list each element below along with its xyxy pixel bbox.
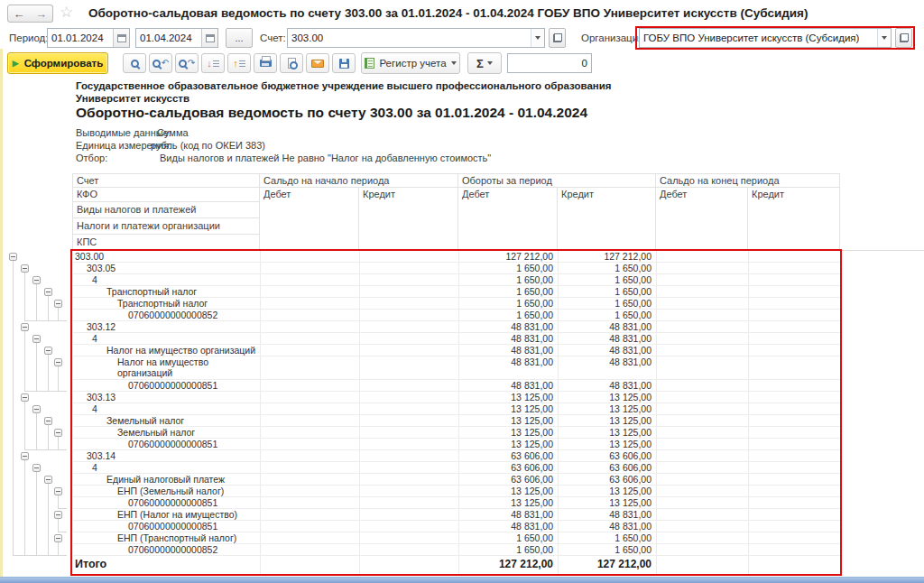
tree-connector-line (48, 355, 49, 391)
organization-input[interactable] (640, 29, 877, 47)
table-row[interactable]: ЕНП (Земельный налог)13 125,0013 125,00 (72, 486, 840, 497)
sum-menu-button[interactable]: Σ (467, 52, 502, 74)
collapse-group-button[interactable] (54, 429, 62, 437)
find-previous-button[interactable]: ↶ (149, 53, 172, 73)
collapse-group-button[interactable] (44, 417, 52, 425)
find-next-button[interactable]: ↷ (175, 53, 199, 73)
print-icon (260, 60, 272, 67)
account-dropdown-button[interactable] (531, 29, 544, 47)
table-row[interactable]: 463 606,0063 606,00 (72, 462, 840, 474)
send-email-button[interactable] (306, 53, 329, 73)
table-row[interactable]: 070600000000008521 650,001 650,00 (72, 310, 840, 321)
table-row[interactable]: Транспортный налог1 650,001 650,00 (72, 298, 840, 310)
collapse-group-button[interactable] (54, 511, 62, 519)
curve-arrow-icon: ↷ (188, 59, 195, 68)
row-account-cell: 07060000000000851 (73, 380, 261, 391)
collapse-group-button[interactable] (21, 393, 29, 402)
tree-connector-line (24, 331, 25, 391)
save-button[interactable] (332, 53, 356, 73)
period-to-input[interactable] (136, 29, 201, 47)
collapse-group-button[interactable] (9, 253, 17, 261)
row-amount-cell (749, 521, 841, 532)
collapse-group-button[interactable] (44, 476, 52, 484)
collapse-group-button[interactable] (32, 464, 41, 472)
table-row[interactable]: ЕНП (Налог на имущество)48 831,0048 831,… (72, 509, 840, 521)
table-row[interactable]: 41 650,001 650,00 (72, 274, 840, 286)
tree-connector-line (58, 542, 59, 555)
account-input[interactable] (288, 29, 531, 47)
total-amount-cell: 127 212,00 (459, 556, 559, 574)
row-amount-cell: 1 650,00 (459, 286, 559, 297)
row-amount-cell (360, 274, 459, 285)
row-amount-cell (657, 474, 749, 485)
calendar-button[interactable] (113, 29, 129, 47)
tree-connector-line (48, 296, 49, 320)
table-total-row[interactable]: Итого127 212,00127 212,00 (72, 556, 840, 575)
collapse-group-button[interactable] (21, 323, 29, 331)
report-org-line2: Университет искусств (76, 93, 189, 104)
row-amount-cell: 48 831,00 (459, 380, 559, 391)
collapse-group-button[interactable] (44, 347, 52, 355)
account-open-button[interactable] (549, 28, 566, 48)
tree-connector-line (58, 508, 67, 509)
table-row[interactable]: 303.1248 831,0048 831,00 (72, 321, 840, 333)
table-row[interactable]: 0706000000000085113 125,0013 125,00 (72, 497, 840, 509)
row-amount-cell (360, 439, 459, 449)
collapse-group-button[interactable] (54, 534, 62, 542)
table-row[interactable]: 0706000000000085148 831,0048 831,00 (72, 521, 840, 532)
find-button[interactable] (123, 53, 146, 73)
period-more-button[interactable]: ... (226, 28, 253, 48)
calendar-button[interactable] (201, 29, 217, 47)
table-row[interactable]: 413 125,0013 125,00 (72, 403, 840, 415)
chevron-down-icon (535, 36, 541, 40)
table-row[interactable]: 303.1313 125,0013 125,00 (72, 392, 840, 403)
header-extension-line (840, 250, 924, 251)
table-row[interactable]: 303.051 650,001 650,00 (72, 263, 840, 274)
collapse-group-button[interactable] (44, 288, 52, 296)
table-row[interactable]: Земельный налог13 125,0013 125,00 (72, 415, 840, 427)
organization-dropdown-button[interactable] (877, 29, 891, 47)
register-menu-button[interactable]: Регистр учета (361, 52, 460, 74)
collapse-group-button[interactable] (32, 405, 41, 413)
table-row[interactable]: 0706000000000085113 125,0013 125,00 (72, 439, 840, 450)
chevron-down-icon (882, 36, 887, 40)
tree-connector-line (58, 532, 67, 532)
table-row[interactable]: 448 831,0048 831,00 (72, 333, 840, 345)
tree-connector-line (58, 308, 59, 320)
collapse-group-button[interactable] (32, 276, 41, 284)
row-amount-cell (360, 380, 459, 391)
row-amount-cell: 127 212,00 (459, 251, 559, 262)
table-row[interactable]: 303.1463 606,0063 606,00 (72, 450, 840, 462)
print-button[interactable] (254, 53, 277, 73)
table-row[interactable]: 0706000000000085148 831,0048 831,00 (72, 380, 840, 392)
table-row[interactable]: Налог на имущество организаций48 831,004… (72, 356, 840, 380)
table-row[interactable]: 070600000000008521 650,001 650,00 (72, 544, 840, 556)
sum-result-input[interactable] (508, 54, 591, 72)
print-preview-button[interactable] (280, 53, 303, 73)
collapse-group-button[interactable] (21, 264, 29, 273)
collapse-group-button[interactable] (32, 335, 41, 343)
row-amount-cell: 1 650,00 (559, 274, 657, 285)
table-row[interactable]: Транспортный налог1 650,001 650,00 (72, 286, 840, 298)
table-row[interactable]: Земельный налог13 125,0013 125,00 (72, 427, 840, 439)
horizontal-scrollbar[interactable] (0, 577, 924, 583)
tree-connector-line (58, 555, 67, 556)
row-amount-cell (360, 321, 459, 332)
find-previous-icon (152, 60, 161, 68)
table-row[interactable]: ЕНП (Транспортный налог)1 650,001 650,00 (72, 532, 840, 544)
collapse-group-button[interactable] (54, 300, 62, 308)
collapse-group-button[interactable] (54, 358, 62, 366)
row-amount-cell (360, 544, 459, 555)
organization-open-button[interactable] (895, 28, 912, 48)
table-row[interactable]: Единый налоговый платеж63 606,0063 606,0… (72, 474, 840, 486)
collapse-group-button[interactable] (54, 487, 62, 495)
row-account-cell: 07060000000000851 (73, 439, 261, 449)
collapse-groups-button[interactable]: ↑ (227, 53, 251, 73)
row-amount-cell (261, 310, 360, 320)
expand-groups-button[interactable]: ↓ (201, 53, 225, 73)
table-row[interactable]: 303.00127 212,00127 212,00 (72, 251, 840, 263)
collapse-group-button[interactable] (21, 452, 29, 460)
column-header-saldo-start: Сальдо на начало периода (260, 173, 458, 188)
sum-result-field (507, 53, 592, 73)
table-row[interactable]: Налог на имущество организаций48 831,004… (72, 345, 840, 356)
